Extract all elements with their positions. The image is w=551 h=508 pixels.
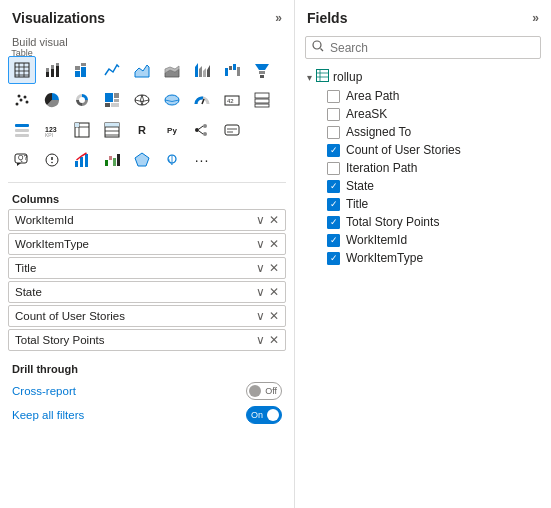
viz-item-funnel[interactable] [248, 56, 276, 84]
column-chevron-total-story-points[interactable]: ∨ [256, 333, 265, 347]
donut-icon [74, 92, 90, 108]
viz-item-ai-insights[interactable] [38, 146, 66, 174]
tree-item-iteration-path[interactable]: Iteration Path [303, 159, 543, 177]
field-workitemtype: WorkItemType [346, 251, 423, 265]
viz-row-4: Q? [8, 146, 286, 174]
fields-expand-icon[interactable]: » [532, 11, 539, 25]
column-chevron-title[interactable]: ∨ [256, 261, 265, 275]
visualizations-expand-icon[interactable]: » [275, 11, 282, 25]
column-item-workitemid[interactable]: WorkItemId ∨ ✕ [8, 209, 286, 231]
keep-all-filters-link[interactable]: Keep all filters [12, 409, 84, 421]
tree-item-state[interactable]: State [303, 177, 543, 195]
cross-report-toggle[interactable] [246, 382, 282, 400]
checkbox-areask[interactable] [327, 108, 340, 121]
checkbox-state[interactable] [327, 180, 340, 193]
viz-item-scatter[interactable] [8, 86, 36, 114]
svg-line-66 [199, 131, 203, 134]
viz-item-waterfall2[interactable] [98, 146, 126, 174]
viz-item-table3[interactable] [98, 116, 126, 144]
tree-item-area-path[interactable]: Area Path [303, 87, 543, 105]
viz-item-decomp-tree[interactable] [188, 116, 216, 144]
checkbox-assigned-to[interactable] [327, 126, 340, 139]
group-chevron-icon: ▾ [307, 72, 312, 83]
viz-item-stacked-area[interactable] [158, 56, 186, 84]
viz-item-r-script[interactable]: R [128, 116, 156, 144]
viz-item-pie[interactable] [38, 86, 66, 114]
tree-item-count-user-stories[interactable]: Count of User Stories [303, 141, 543, 159]
svg-point-30 [16, 103, 19, 106]
viz-item-matrix[interactable] [68, 116, 96, 144]
checkbox-iteration-path[interactable] [327, 162, 340, 175]
viz-item-stacked-bar[interactable] [38, 56, 66, 84]
fields-group-header[interactable]: ▾ rollup [303, 67, 543, 87]
viz-item-ribbon[interactable] [188, 56, 216, 84]
svg-rect-50 [15, 134, 29, 137]
checkbox-workitemid[interactable] [327, 234, 340, 247]
column-remove-count-user-stories[interactable]: ✕ [269, 309, 279, 323]
viz-item-shape-map[interactable] [128, 146, 156, 174]
svg-point-87 [313, 41, 321, 49]
tree-item-total-story-points[interactable]: Total Story Points [303, 213, 543, 231]
column-item-count-user-stories[interactable]: Count of User Stories ∨ ✕ [8, 305, 286, 327]
viz-item-table[interactable]: Table [8, 56, 36, 84]
column-remove-total-story-points[interactable]: ✕ [269, 333, 279, 347]
viz-item-waterfall[interactable] [218, 56, 246, 84]
viz-item-map[interactable] [128, 86, 156, 114]
svg-rect-83 [117, 154, 120, 166]
tree-item-areask[interactable]: AreaSK [303, 105, 543, 123]
viz-item-slicer[interactable] [8, 116, 36, 144]
field-assigned-to: Assigned To [346, 125, 411, 139]
viz-item-area[interactable] [128, 56, 156, 84]
column-chevron-count-user-stories[interactable]: ∨ [256, 309, 265, 323]
checkbox-title[interactable] [327, 198, 340, 211]
viz-item-kpi[interactable]: 123 KPI [38, 116, 66, 144]
column-chevron-state[interactable]: ∨ [256, 285, 265, 299]
column-remove-workitemtype[interactable]: ✕ [269, 237, 279, 251]
column-item-workitemtype[interactable]: WorkItemType ∨ ✕ [8, 233, 286, 255]
keep-all-filters-toggle[interactable] [246, 406, 282, 424]
viz-item-multirow-card[interactable] [248, 86, 276, 114]
viz-item-filled-map[interactable] [158, 86, 186, 114]
viz-item-donut[interactable] [68, 86, 96, 114]
checkbox-count-user-stories[interactable] [327, 144, 340, 157]
column-remove-title[interactable]: ✕ [269, 261, 279, 275]
tree-item-workitemtype[interactable]: WorkItemType [303, 249, 543, 267]
svg-rect-15 [81, 63, 86, 66]
viz-item-kpi3[interactable] [68, 146, 96, 174]
viz-item-qna[interactable]: Q? [8, 146, 36, 174]
tree-item-workitemid[interactable]: WorkItemId [303, 231, 543, 249]
matrix-icon [74, 122, 90, 138]
visualizations-panel: Visualizations » Build visual Table [0, 0, 295, 508]
viz-item-line[interactable] [98, 56, 126, 84]
viz-row-2: 42 [8, 86, 286, 114]
search-box[interactable] [305, 36, 541, 59]
checkbox-workitemtype[interactable] [327, 252, 340, 265]
checkbox-total-story-points[interactable] [327, 216, 340, 229]
viz-item-treemap[interactable] [98, 86, 126, 114]
viz-item-clustered-bar[interactable] [68, 56, 96, 84]
tree-item-title[interactable]: Title [303, 195, 543, 213]
viz-item-more[interactable]: ··· [188, 146, 216, 174]
column-remove-state[interactable]: ✕ [269, 285, 279, 299]
viz-item-python[interactable]: Py [158, 116, 186, 144]
viz-item-azure-map[interactable] [158, 146, 186, 174]
svg-rect-29 [260, 75, 264, 78]
column-item-state[interactable]: State ∨ ✕ [8, 281, 286, 303]
column-remove-workitemid[interactable]: ✕ [269, 213, 279, 227]
cross-report-link[interactable]: Cross-report [12, 385, 76, 397]
column-chevron-workitemtype[interactable]: ∨ [256, 237, 265, 251]
svg-point-34 [18, 95, 21, 98]
svg-point-63 [203, 124, 207, 128]
column-chevron-workitemid[interactable]: ∨ [256, 213, 265, 227]
viz-item-smart-narrative[interactable] [218, 116, 246, 144]
column-item-total-story-points[interactable]: Total Story Points ∨ ✕ [8, 329, 286, 351]
svg-marker-71 [17, 163, 21, 166]
viz-item-card[interactable]: 42 [218, 86, 246, 114]
search-input[interactable] [330, 41, 534, 55]
column-name-total-story-points: Total Story Points [15, 334, 104, 346]
viz-item-gauge[interactable] [188, 86, 216, 114]
column-item-title[interactable]: Title ∨ ✕ [8, 257, 286, 279]
tree-item-assigned-to[interactable]: Assigned To [303, 123, 543, 141]
checkbox-area-path[interactable] [327, 90, 340, 103]
field-workitemid: WorkItemId [346, 233, 407, 247]
